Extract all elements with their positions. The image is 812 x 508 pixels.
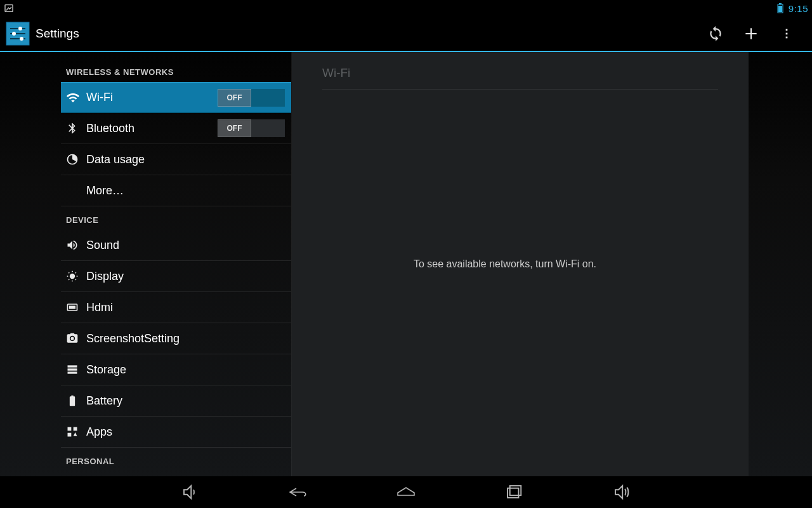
- sidebar-item-label: Sound: [86, 239, 285, 252]
- svg-point-9: [12, 32, 16, 36]
- sidebar-item-battery[interactable]: Battery: [61, 385, 291, 417]
- svg-point-10: [20, 37, 23, 41]
- svg-line-24: [69, 279, 69, 280]
- home-button[interactable]: [387, 479, 425, 505]
- section-header-device: DEVICE: [61, 206, 291, 230]
- svg-line-25: [75, 272, 76, 273]
- back-button[interactable]: [279, 479, 317, 505]
- overflow-menu-button[interactable]: [769, 16, 804, 51]
- sidebar-item-label: Bluetooth: [86, 122, 218, 135]
- clock-text: 9:15: [789, 3, 808, 14]
- sidebar-item-storage[interactable]: Storage: [61, 354, 291, 385]
- svg-rect-31: [68, 371, 77, 373]
- svg-rect-34: [68, 433, 72, 437]
- sidebar-item-label: Battery: [86, 394, 285, 408]
- battery-icon: [66, 394, 86, 407]
- picture-icon: [4, 3, 14, 13]
- svg-rect-36: [508, 488, 519, 498]
- sidebar-item-sound[interactable]: Sound: [61, 230, 291, 261]
- hdmi-icon: [66, 301, 86, 314]
- sidebar-item-more[interactable]: More…: [61, 175, 291, 206]
- detail-pane: Wi-Fi To see available networks, turn Wi…: [292, 52, 812, 476]
- svg-rect-33: [74, 427, 77, 431]
- svg-rect-14: [786, 33, 788, 35]
- wifi-icon: [66, 91, 86, 105]
- svg-rect-37: [510, 486, 521, 495]
- sidebar-item-label: Display: [86, 270, 285, 283]
- svg-rect-32: [68, 427, 72, 431]
- sidebar-item-label: More…: [86, 184, 285, 197]
- svg-rect-29: [68, 365, 77, 367]
- toggle-state: OFF: [218, 89, 251, 107]
- toggle-state: OFF: [218, 119, 251, 137]
- sidebar-item-label: ScreenshotSetting: [86, 332, 285, 345]
- volume-down-button[interactable]: [171, 479, 209, 505]
- divider: [322, 89, 718, 90]
- section-header-personal: PERSONAL: [61, 448, 291, 471]
- sidebar-item-label: Storage: [86, 363, 285, 377]
- volume-up-button[interactable]: [603, 479, 641, 505]
- detail-title: Wi-Fi: [292, 52, 749, 89]
- sidebar-item-bluetooth[interactable]: Bluetooth OFF: [61, 113, 291, 144]
- sound-icon: [66, 239, 86, 251]
- sidebar-item-label: Apps: [86, 425, 285, 439]
- svg-rect-30: [68, 368, 77, 370]
- settings-app-icon[interactable]: [0, 16, 36, 51]
- camera-icon: [66, 332, 86, 345]
- sidebar-item-apps[interactable]: Apps: [61, 417, 291, 448]
- section-header-wireless: WIRELESS & NETWORKS: [61, 52, 291, 82]
- svg-rect-3: [778, 6, 782, 12]
- battery-icon: [777, 3, 783, 13]
- action-bar: Settings: [0, 17, 812, 52]
- storage-icon: [66, 363, 86, 376]
- apps-icon: [66, 425, 86, 438]
- sidebar-item-display[interactable]: Display: [61, 261, 291, 292]
- svg-rect-15: [786, 37, 788, 39]
- svg-rect-2: [779, 3, 782, 4]
- svg-point-8: [18, 27, 22, 30]
- sidebar-item-data-usage[interactable]: Data usage: [61, 144, 291, 175]
- detail-empty-message: To see available networks, turn Wi-Fi on…: [292, 258, 718, 270]
- settings-sidebar: WIRELESS & NETWORKS Wi-Fi OFF Bluetooth …: [0, 52, 292, 476]
- add-button[interactable]: [733, 16, 769, 51]
- svg-rect-27: [69, 306, 75, 309]
- svg-rect-13: [786, 29, 788, 31]
- bluetooth-icon: [66, 122, 86, 135]
- svg-marker-35: [74, 432, 77, 436]
- wifi-toggle[interactable]: OFF: [218, 89, 285, 107]
- sidebar-item-hdmi[interactable]: Hdmi: [61, 292, 291, 323]
- svg-line-20: [69, 272, 69, 273]
- bluetooth-toggle[interactable]: OFF: [218, 119, 285, 137]
- svg-point-28: [71, 337, 74, 340]
- sidebar-item-screenshot[interactable]: ScreenshotSetting: [61, 323, 291, 354]
- display-icon: [66, 270, 86, 283]
- page-title: Settings: [36, 27, 79, 41]
- sidebar-item-label: Wi-Fi: [86, 91, 218, 104]
- navigation-bar: [0, 476, 812, 508]
- sidebar-item-wifi[interactable]: Wi-Fi OFF: [61, 82, 291, 113]
- svg-line-21: [75, 279, 76, 280]
- status-bar: 9:15: [0, 0, 812, 17]
- sidebar-item-label: Hdmi: [86, 301, 285, 314]
- body: WIRELESS & NETWORKS Wi-Fi OFF Bluetooth …: [0, 52, 812, 476]
- sidebar-item-label: Data usage: [86, 153, 285, 166]
- refresh-button[interactable]: [698, 16, 733, 51]
- recent-apps-button[interactable]: [495, 479, 533, 505]
- data-usage-icon: [66, 153, 86, 166]
- svg-point-17: [70, 274, 75, 279]
